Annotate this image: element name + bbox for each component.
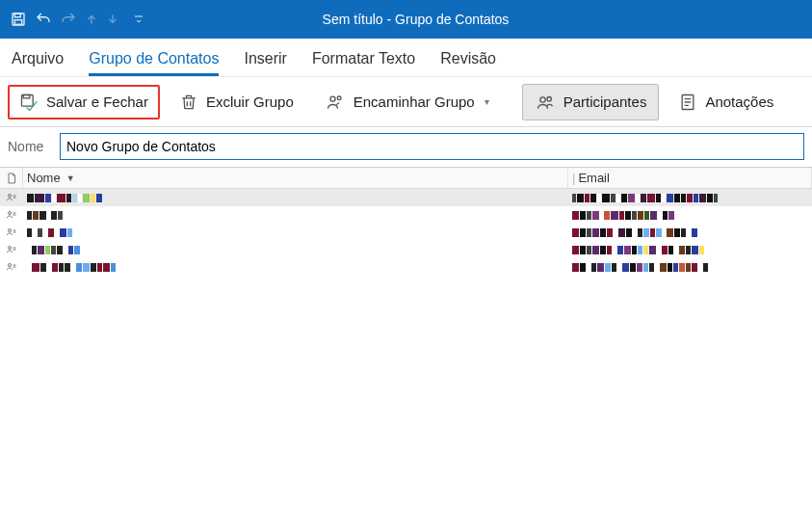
redacted-name [27, 210, 63, 220]
delete-group-label: Excluir Grupo [206, 93, 294, 110]
notes-label: Anotações [705, 93, 773, 110]
name-row: Nome [0, 127, 812, 167]
members-label: Participantes [563, 93, 647, 110]
svg-point-11 [9, 212, 12, 215]
tab-grupo-contatos[interactable]: Grupo de Contatos [89, 42, 219, 76]
members-icon [535, 93, 556, 112]
notes-icon [678, 93, 697, 112]
contact-icon [0, 261, 23, 273]
svg-point-6 [337, 96, 341, 100]
svg-point-10 [9, 195, 12, 198]
forward-group-button[interactable]: Encaminhar Grupo ▾ [313, 85, 501, 120]
redacted-name [27, 193, 102, 202]
table-row[interactable] [0, 189, 812, 206]
tab-arquivo[interactable]: Arquivo [12, 42, 64, 76]
redo-icon [60, 11, 77, 28]
email-cell [568, 243, 812, 257]
column-icon[interactable] [0, 168, 23, 188]
table-row[interactable] [0, 206, 812, 224]
contact-icon [0, 226, 23, 238]
table-row[interactable] [0, 258, 812, 276]
forward-group-label: Encaminhar Grupo [354, 93, 475, 110]
redacted-name [27, 245, 80, 254]
ribbon-toolbar: Salvar e Fechar Excluir Grupo Encaminhar… [0, 77, 812, 127]
grid-body [0, 189, 812, 276]
members-grid: Nome ▼ | Email [0, 167, 812, 276]
quick-access-toolbar [10, 11, 144, 28]
sort-desc-icon: ▼ [66, 173, 75, 183]
title-bar: Sem título - Grupo de Contatos [0, 0, 812, 39]
people-forward-icon [325, 93, 346, 112]
undo-icon[interactable] [35, 11, 52, 28]
svg-point-13 [9, 247, 12, 250]
tab-inserir[interactable]: Inserir [244, 42, 286, 76]
delete-group-button[interactable]: Excluir Grupo [168, 85, 305, 120]
table-row[interactable] [0, 241, 812, 258]
redacted-name [27, 227, 72, 237]
up-arrow-icon [85, 12, 98, 27]
email-cell [568, 226, 812, 240]
name-label: Nome [8, 139, 52, 154]
save-icon[interactable] [10, 11, 27, 28]
save-close-icon [19, 93, 39, 112]
name-cell [23, 260, 568, 275]
name-cell [23, 208, 568, 223]
table-row[interactable] [0, 224, 812, 241]
name-input-container [60, 133, 804, 160]
email-cell [568, 260, 812, 275]
save-close-label: Salvar e Fechar [46, 93, 148, 110]
contact-icon [0, 244, 23, 255]
redacted-email [572, 210, 674, 220]
email-cell [568, 191, 812, 205]
svg-point-8 [547, 96, 551, 100]
ribbon-tabs: Arquivo Grupo de Contatos Inserir Format… [0, 39, 812, 77]
svg-rect-2 [14, 20, 22, 25]
column-name[interactable]: Nome ▼ [23, 168, 568, 188]
chevron-down-icon: ▾ [485, 96, 489, 107]
column-name-label: Nome [27, 171, 61, 185]
redacted-email [572, 245, 704, 254]
name-cell [23, 243, 568, 257]
contact-icon [0, 209, 23, 221]
tab-revisao[interactable]: Revisão [440, 42, 496, 76]
svg-rect-4 [23, 94, 30, 97]
email-cell [568, 208, 812, 223]
save-and-close-button[interactable]: Salvar e Fechar [8, 85, 160, 120]
members-button[interactable]: Participantes [522, 84, 660, 120]
svg-point-5 [330, 96, 335, 101]
notes-button[interactable]: Anotações [667, 85, 785, 120]
tab-formatar-texto[interactable]: Formatar Texto [312, 42, 415, 76]
column-email-label: Email [578, 171, 610, 185]
svg-point-12 [9, 229, 12, 232]
down-arrow-icon [106, 12, 119, 27]
trash-icon [179, 93, 198, 112]
name-cell [23, 226, 568, 240]
redacted-email [572, 193, 718, 202]
name-cell [23, 191, 568, 205]
column-email[interactable]: | Email [568, 168, 812, 188]
grid-header: Nome ▼ | Email [0, 168, 812, 189]
redacted-email [572, 262, 708, 272]
qat-customize-icon[interactable] [133, 13, 144, 25]
svg-rect-1 [14, 13, 20, 17]
window-title: Sem título - Grupo de Contatos [144, 12, 687, 27]
group-name-input[interactable] [66, 139, 798, 154]
svg-point-7 [540, 96, 545, 101]
redacted-name [27, 262, 116, 272]
contact-icon [0, 192, 23, 203]
redacted-email [572, 227, 697, 237]
svg-point-14 [9, 264, 12, 267]
